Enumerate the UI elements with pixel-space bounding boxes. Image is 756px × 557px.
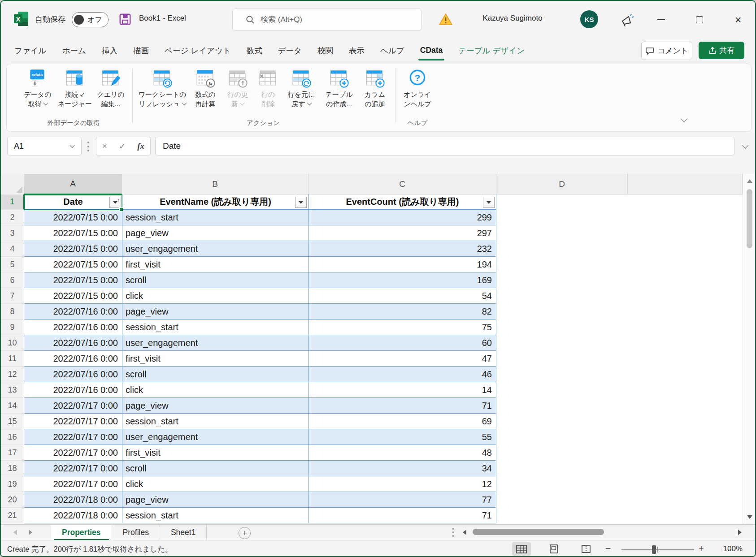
- cell-date[interactable]: 2022/07/16 0:00: [24, 382, 122, 397]
- sheet-nav-left-icon[interactable]: [13, 530, 17, 535]
- column-header-C[interactable]: C: [308, 174, 496, 194]
- avatar[interactable]: KS: [580, 10, 598, 28]
- row-header-10[interactable]: 10: [1, 335, 24, 351]
- row-header-16[interactable]: 16: [1, 429, 24, 445]
- vertical-scrollbar[interactable]: [743, 174, 756, 524]
- cell-date[interactable]: 2022/07/16 0:00: [24, 304, 122, 319]
- page-layout-view-button[interactable]: [544, 542, 563, 556]
- cell-eventcount[interactable]: 82: [309, 304, 496, 319]
- select-all-corner[interactable]: [1, 174, 25, 195]
- cell-eventcount[interactable]: 169: [309, 272, 496, 288]
- cell-eventcount[interactable]: 75: [309, 320, 496, 335]
- row-header-9[interactable]: 9: [1, 320, 24, 335]
- cancel-icon[interactable]: ×: [102, 141, 107, 151]
- ribbon-tab-ホーム[interactable]: ホーム: [61, 43, 87, 58]
- create-table-button[interactable]: テーブルの作成...: [320, 68, 358, 108]
- scroll-left-icon[interactable]: [463, 530, 466, 535]
- cell-eventname[interactable]: first_visit: [122, 257, 309, 272]
- cell-date[interactable]: 2022/07/15 0:00: [24, 241, 122, 256]
- column-header-D[interactable]: D: [496, 174, 628, 194]
- ribbon-collapse-chevron-icon[interactable]: [681, 115, 688, 122]
- ribbon-tab-ヘルプ[interactable]: ヘルプ: [379, 43, 405, 58]
- cell-eventcount[interactable]: 297: [309, 225, 496, 241]
- cell-date[interactable]: 2022/07/17 0:00: [24, 414, 122, 429]
- cell-date[interactable]: 2022/07/16 0:00: [24, 320, 122, 335]
- cell-date[interactable]: 2022/07/15 0:00: [24, 257, 122, 272]
- row-header-5[interactable]: 5: [1, 257, 24, 272]
- cell-date[interactable]: 2022/07/18 0:00: [24, 492, 122, 507]
- row-header-3[interactable]: 3: [1, 225, 24, 241]
- row-header-2[interactable]: 2: [1, 210, 24, 225]
- warning-icon[interactable]: [439, 13, 453, 28]
- horizontal-scrollbar[interactable]: [463, 528, 742, 537]
- cell-eventname[interactable]: click: [122, 476, 309, 492]
- cell-eventcount[interactable]: 69: [309, 414, 496, 429]
- cell-eventcount[interactable]: 299: [309, 210, 496, 225]
- row-header-21[interactable]: 21: [1, 508, 24, 523]
- cell-date[interactable]: 2022/07/15 0:00: [24, 225, 122, 241]
- cell-date[interactable]: 2022/07/17 0:00: [24, 398, 122, 413]
- edit-query-button[interactable]: クエリの編集...: [94, 68, 128, 108]
- save-icon[interactable]: [118, 13, 132, 28]
- row-header-15[interactable]: 15: [1, 414, 24, 429]
- cell-date[interactable]: 2022/07/16 0:00: [24, 367, 122, 382]
- cell-date[interactable]: 2022/07/18 0:00: [24, 508, 122, 523]
- cell-eventcount[interactable]: 71: [309, 508, 496, 523]
- column-header-B[interactable]: B: [122, 174, 308, 194]
- scroll-down-icon[interactable]: [747, 515, 752, 519]
- cell-eventname[interactable]: user_engagement: [122, 429, 309, 445]
- name-box[interactable]: A1: [7, 137, 82, 155]
- connection-manager-button[interactable]: 接続マネージャー: [57, 68, 93, 108]
- cell-eventcount[interactable]: 232: [309, 241, 496, 256]
- ribbon-tab-数式[interactable]: 数式: [246, 43, 263, 58]
- row-header-8[interactable]: 8: [1, 304, 24, 320]
- revert-row-button[interactable]: 行を元に戻す: [285, 68, 318, 108]
- zoom-slider-knob[interactable]: [652, 545, 656, 554]
- row-header-7[interactable]: 7: [1, 288, 24, 304]
- cell-date[interactable]: 2022/07/16 0:00: [24, 335, 122, 350]
- zoom-out-button[interactable]: −: [605, 543, 611, 554]
- cell-date[interactable]: 2022/07/15 0:00: [24, 210, 122, 225]
- cell-eventname[interactable]: first_visit: [122, 445, 309, 460]
- share-button[interactable]: 共有: [699, 42, 744, 59]
- cell-eventname[interactable]: user_engagement: [122, 241, 309, 256]
- sheet-nav-right-icon[interactable]: [29, 530, 32, 535]
- cell-date[interactable]: 2022/07/16 0:00: [24, 351, 122, 366]
- cell-eventname[interactable]: page_view: [122, 398, 309, 413]
- sheet-tab-Profiles[interactable]: Profiles: [112, 525, 160, 540]
- comments-button[interactable]: コメント: [641, 42, 692, 60]
- scroll-up-icon[interactable]: [747, 179, 752, 183]
- cell-eventname[interactable]: session_start: [122, 508, 309, 523]
- cell-eventname[interactable]: page_view: [122, 492, 309, 507]
- column-header-blank[interactable]: [628, 174, 743, 194]
- cell-eventname[interactable]: page_view: [122, 304, 309, 319]
- feedback-megaphone-icon[interactable]: [619, 12, 634, 29]
- cell-eventcount[interactable]: 60: [309, 335, 496, 350]
- formula-bar-expand-chevron-icon[interactable]: [742, 142, 748, 149]
- cell-date[interactable]: 2022/07/17 0:00: [24, 476, 122, 492]
- refresh-worksheet-button[interactable]: ワークシートのリフレッシュ: [136, 68, 189, 108]
- ribbon-tab-描画[interactable]: 描画: [132, 43, 150, 58]
- formula-input[interactable]: Date: [155, 137, 734, 155]
- row-header-11[interactable]: 11: [1, 351, 24, 367]
- column-header-A[interactable]: A: [24, 174, 122, 194]
- cell-eventcount[interactable]: 54: [309, 288, 496, 303]
- cell-eventname[interactable]: scroll: [122, 272, 309, 288]
- cell-eventname[interactable]: click: [122, 288, 309, 303]
- row-header-4[interactable]: 4: [1, 241, 24, 257]
- sheet-tab-Properties[interactable]: Properties: [51, 525, 112, 540]
- header-cell-eventname[interactable]: EventName (読み取り専用): [122, 194, 309, 209]
- insert-function-icon[interactable]: fx: [137, 141, 144, 151]
- header-cell-eventcount[interactable]: EventCount (読み取り専用): [309, 194, 496, 209]
- normal-view-button[interactable]: [512, 542, 531, 556]
- ribbon-tab-テーブル デザイン[interactable]: テーブル デザイン: [457, 43, 526, 58]
- ribbon-tab-CData[interactable]: CData: [419, 44, 444, 57]
- row-header-19[interactable]: 19: [1, 476, 24, 492]
- ribbon-tab-校閲[interactable]: 校閲: [317, 43, 334, 58]
- cell-eventcount[interactable]: 77: [309, 492, 496, 507]
- row-header-1[interactable]: 1: [1, 194, 24, 210]
- cell-eventname[interactable]: scroll: [122, 461, 309, 476]
- cell-eventcount[interactable]: 12: [309, 476, 496, 492]
- row-header-18[interactable]: 18: [1, 461, 24, 476]
- cell-eventcount[interactable]: 48: [309, 445, 496, 460]
